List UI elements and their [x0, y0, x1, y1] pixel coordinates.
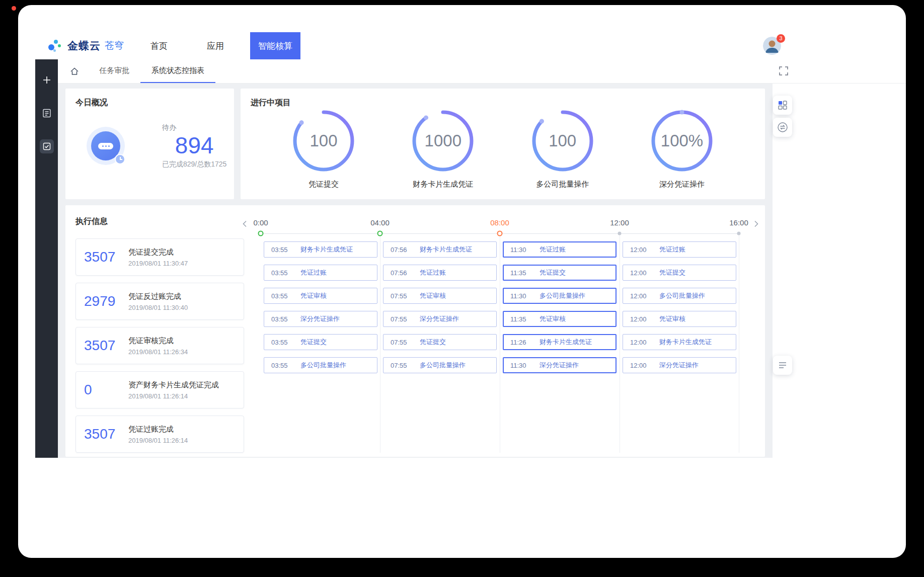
today-card-title: 今日概况	[65, 89, 234, 108]
task-time: 11:26	[510, 339, 540, 346]
task-label: 深分凭证操作	[540, 361, 579, 370]
sidebar-forms-button[interactable]	[39, 106, 54, 121]
home-tab-button[interactable]	[65, 59, 84, 83]
task-label: 凭证过账	[300, 268, 327, 277]
todo-count: 894	[162, 132, 226, 159]
timeline-task[interactable]: 11:30凭证过账	[503, 241, 617, 258]
task-time: 11:30	[510, 292, 540, 300]
timeline-task[interactable]: 03:55凭证过账	[264, 265, 377, 281]
task-label: 多公司批量操作	[300, 361, 346, 370]
todo-progress-text: 已完成829/总数1725	[162, 160, 226, 169]
task-label: 财务卡片生成凭证	[420, 245, 472, 254]
stat-timestamp: 2019/08/01 11:30:40	[128, 304, 188, 311]
timeline-task[interactable]: 03:55凭证审核	[264, 288, 377, 304]
timeline-task[interactable]: 03:55多公司批量操作	[264, 357, 377, 373]
dashboard-content: 今日概况 待办 894 已完成829/总数1725 进行中项目 100凭证提交1…	[58, 84, 773, 458]
gauge-label: 凭证提交	[309, 180, 339, 189]
fullscreen-icon	[779, 66, 789, 76]
task-time: 07:56	[391, 269, 420, 277]
timeline-task[interactable]: 07:55多公司批量操作	[383, 357, 497, 373]
timeline-task[interactable]: 11:35凭证审核	[503, 311, 617, 327]
brand-logo: 金蝶云 苍穹	[47, 32, 124, 59]
task-time: 12:00	[630, 339, 659, 346]
dashboard-tool-button[interactable]	[773, 96, 792, 115]
logo-product-text: 苍穹	[105, 39, 124, 52]
task-label: 凭证审核	[659, 314, 685, 323]
timeline-task[interactable]: 03:55凭证提交	[264, 334, 377, 350]
fullscreen-button[interactable]	[778, 66, 789, 77]
timeline-task[interactable]: 07:55凭证审核	[383, 288, 497, 304]
todo-summary-block: 待办 894 已完成829/总数1725	[162, 123, 226, 169]
sidebar-add-button[interactable]	[39, 72, 54, 88]
nav-item-2[interactable]: 应用	[194, 32, 237, 59]
stat-card-3[interactable]: 3507凭证审核完成2019/08/01 11:26:34	[75, 327, 244, 364]
timeline-separator	[739, 233, 739, 453]
timeline-tick-label: 16:00	[729, 218, 748, 227]
quick-menu-button[interactable]	[773, 356, 792, 375]
timeline-task[interactable]: 07:56凭证过账	[383, 265, 497, 281]
tab-bar: 任务审批系统状态控指表	[58, 59, 906, 84]
stat-card-4[interactable]: 0资产财务卡片生成凭证完成2019/08/01 11:26:14	[75, 371, 244, 408]
task-time: 03:55	[271, 362, 300, 369]
stat-text-block: 凭证审核完成2019/08/01 11:26:34	[128, 336, 188, 356]
timeline-task[interactable]: 12:00凭证提交	[623, 265, 736, 281]
gauge-label: 财务卡片生成凭证	[413, 180, 473, 189]
timeline-task[interactable]: 11:30多公司批量操作	[503, 288, 617, 304]
timeline-task[interactable]: 12:00凭证审核	[623, 311, 736, 327]
task-time: 07:55	[391, 362, 420, 369]
gauge-value: 100	[291, 108, 356, 174]
timeline-task[interactable]: 07:55凭证提交	[383, 334, 497, 350]
task-time: 12:00	[630, 362, 659, 369]
stat-label: 凭证反过账完成	[128, 292, 188, 301]
timeline-task[interactable]: 11:30深分凭证操作	[503, 357, 617, 373]
left-sidebar	[35, 59, 58, 458]
task-label: 深分凭证操作	[300, 314, 340, 323]
timeline-task[interactable]: 07:56财务卡片生成凭证	[383, 241, 497, 258]
timeline-dot-green	[258, 231, 264, 236]
stat-value: 3507	[84, 338, 128, 354]
timeline-task[interactable]: 11:26财务卡片生成凭证	[503, 334, 617, 350]
stat-value: 2979	[84, 293, 128, 309]
timeline-column-4: 12:00凭证过账12:00凭证提交12:00多公司批量操作12:00凭证审核1…	[623, 241, 736, 380]
timeline-task[interactable]: 03:55财务卡片生成凭证	[264, 241, 377, 258]
app-header: 金蝶云 苍穹 首页应用智能核算 3	[18, 32, 906, 59]
stat-label: 凭证审核完成	[128, 336, 188, 346]
stat-card-5[interactable]: 3507凭证过账完成2019/08/01 11:26:14	[75, 416, 244, 453]
timeline-tick-label: 08:00	[490, 218, 509, 227]
timeline-task[interactable]: 12:00深分凭证操作	[623, 357, 736, 373]
task-time: 11:30	[510, 246, 540, 254]
task-time: 12:00	[630, 292, 659, 300]
todo-icon	[87, 127, 125, 165]
stat-card-2[interactable]: 2979凭证反过账完成2019/08/01 11:30:40	[75, 283, 244, 320]
stat-value: 3507	[84, 249, 128, 265]
timeline-task[interactable]: 12:00多公司批量操作	[623, 288, 736, 304]
timeline-dot-gray	[618, 232, 622, 235]
stat-timestamp: 2019/08/01 11:30:47	[128, 260, 188, 267]
nav-item-1[interactable]: 首页	[137, 32, 181, 59]
stat-value: 3507	[84, 426, 128, 442]
gauge-1: 100凭证提交	[291, 108, 356, 189]
timeline-task[interactable]: 12:00财务卡片生成凭证	[623, 334, 736, 350]
timeline-column-1: 03:55财务卡片生成凭证03:55凭证过账03:55凭证审核03:55深分凭证…	[264, 241, 377, 380]
tab-2[interactable]: 系统状态控指表	[140, 59, 215, 83]
timeline-task[interactable]: 11:35凭证提交	[503, 265, 617, 281]
timeline-tick-label: 12:00	[610, 218, 629, 227]
timeline-task[interactable]: 07:55深分凭证操作	[383, 311, 497, 327]
task-check-icon	[40, 139, 54, 153]
today-overview-card: 今日概况 待办 894 已完成829/总数1725	[65, 89, 234, 199]
sidebar-tasks-button[interactable]	[39, 139, 54, 154]
timeline-task[interactable]: 03:55深分凭证操作	[264, 311, 377, 327]
user-avatar[interactable]: 3	[763, 37, 781, 55]
task-label: 凭证过账	[659, 245, 685, 254]
task-label: 凭证提交	[540, 268, 566, 277]
stat-card-1[interactable]: 3507凭证提交完成2019/08/01 11:30:47	[75, 238, 244, 276]
nav-item-3[interactable]: 智能核算	[250, 32, 300, 59]
dashboard-icon	[778, 100, 788, 110]
task-time: 07:55	[391, 315, 420, 323]
exchange-tool-button[interactable]	[773, 118, 792, 137]
timeline-task[interactable]: 12:00凭证过账	[623, 241, 736, 258]
task-time: 12:00	[630, 246, 659, 254]
tab-1[interactable]: 任务审批	[88, 59, 140, 83]
gauge-value: 100%	[649, 108, 715, 174]
notification-badge: 3	[777, 34, 785, 43]
